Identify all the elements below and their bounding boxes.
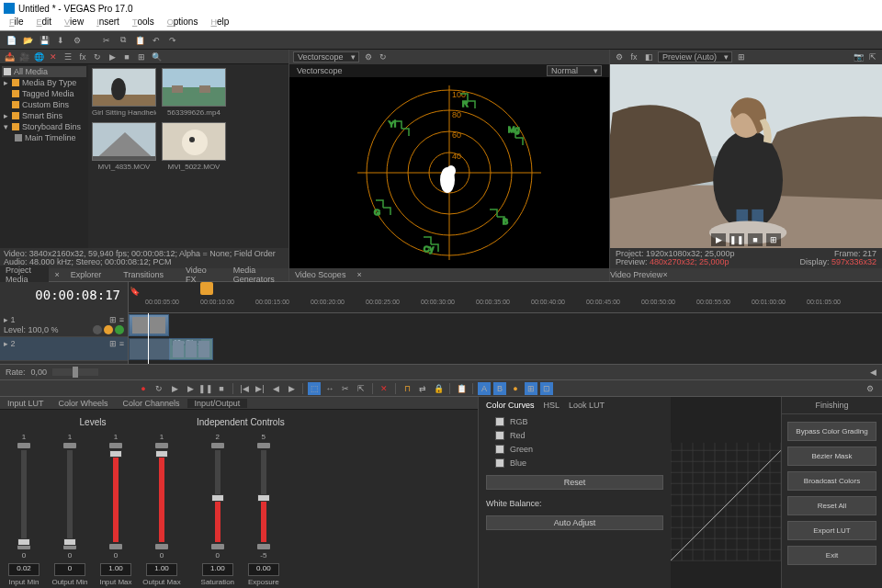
loop-button[interactable]: ⊞ <box>766 233 781 246</box>
tool-b[interactable]: B <box>493 382 506 395</box>
stop-icon[interactable]: ■ <box>121 51 132 62</box>
tool-button[interactable]: ⇱ <box>355 382 368 395</box>
menu-tools[interactable]: Tools <box>127 17 160 30</box>
scope-mode-dropdown[interactable]: Normal <box>547 65 602 76</box>
bezier-mask-button[interactable]: Bézier Mask <box>787 447 876 466</box>
normal-edit-button[interactable]: ⬚ <box>308 382 321 395</box>
external-icon[interactable]: ⇱ <box>867 51 878 62</box>
refresh-icon[interactable]: ↻ <box>92 51 103 62</box>
go-end-button[interactable]: ▶| <box>254 382 266 395</box>
video-track-header[interactable]: ▸ 1⊞ ≡ Level: 100,0 % <box>0 313 128 337</box>
video-clip[interactable] <box>129 314 169 336</box>
marker-icon[interactable]: 🔖 <box>129 286 140 297</box>
media-thumb[interactable]: MVI_5022.MOV <box>162 122 226 171</box>
tree-custom-bins[interactable]: Custom Bins <box>2 99 86 110</box>
preview-props-icon[interactable]: ⚙ <box>614 51 625 62</box>
tab-input-output[interactable]: Input/Output <box>187 399 248 408</box>
pause-button[interactable]: ❚❚ <box>199 382 212 395</box>
timeline-settings-icon[interactable]: ⚙ <box>864 382 876 395</box>
tab-input-lut[interactable]: Input LUT <box>0 399 51 408</box>
video-clip-overlay[interactable] <box>129 338 213 360</box>
slider-exposure[interactable]: 5-50.00Exposure <box>247 433 280 586</box>
play-button[interactable]: ▶ <box>184 382 197 395</box>
close-tab-icon[interactable]: × <box>662 270 667 279</box>
curves-graph[interactable] <box>671 397 781 588</box>
tool-c[interactable]: ● <box>509 382 522 395</box>
exit-button[interactable]: Exit <box>787 546 876 565</box>
menu-view[interactable]: View <box>59 17 89 30</box>
redo-icon[interactable]: ↷ <box>167 35 178 46</box>
tool-a[interactable]: A <box>478 382 491 395</box>
split-screen-icon[interactable]: ◧ <box>643 51 654 62</box>
capture-icon[interactable]: 🎥 <box>18 51 29 62</box>
go-start-button[interactable]: |◀ <box>238 382 251 395</box>
paste-icon[interactable]: 📋 <box>134 35 145 46</box>
tool-button[interactable]: ✂ <box>339 382 352 395</box>
scope-type-dropdown[interactable]: Vectorscope <box>293 51 359 62</box>
new-icon[interactable]: 📄 <box>6 35 17 46</box>
menu-options[interactable]: Options <box>162 17 204 30</box>
reset-button[interactable]: Reset <box>486 475 663 490</box>
lock-button[interactable]: 🔒 <box>432 382 445 395</box>
remove-icon[interactable]: ✕ <box>48 51 59 62</box>
tab-color-channels[interactable]: Color Channels <box>116 399 187 408</box>
fx-icon[interactable]: fx <box>77 51 88 62</box>
tree-media-by-type[interactable]: ▸Media By Type <box>2 77 86 88</box>
view-icon[interactable]: ⊞ <box>136 51 147 62</box>
auto-ripple-button[interactable]: ⇄ <box>416 382 429 395</box>
props-icon[interactable]: ☰ <box>62 51 74 62</box>
render-icon[interactable]: ⬇ <box>55 35 66 46</box>
tree-smart-bins[interactable]: ▸Smart Bins <box>2 110 86 121</box>
copy-icon[interactable]: ⧉ <box>118 35 129 46</box>
menu-insert[interactable]: Insert <box>91 17 125 30</box>
loop-play-button[interactable]: ↻ <box>153 382 165 395</box>
slider-input-min[interactable]: 100.02Input Min <box>7 433 40 586</box>
preview-quality-dropdown[interactable]: Preview (Auto) <box>658 51 732 62</box>
solo-icon[interactable] <box>104 325 113 334</box>
region-marker[interactable] <box>200 282 213 295</box>
check-red[interactable]: Red <box>495 431 663 440</box>
search-icon[interactable]: 🔍 <box>151 51 162 62</box>
snap-button[interactable]: ⊓ <box>401 382 413 395</box>
import-icon[interactable]: 📥 <box>4 51 15 62</box>
undo-icon[interactable]: ↶ <box>151 35 162 46</box>
scroll-left-icon[interactable]: ◀ <box>870 368 876 377</box>
scope-refresh-icon[interactable]: ↻ <box>378 51 389 62</box>
slider-output-min[interactable]: 100Output Min <box>53 433 86 586</box>
broadcast-colors-button[interactable]: Broadcast Colors <box>787 471 876 491</box>
close-tab-icon[interactable]: × <box>351 270 367 279</box>
track-content[interactable]: 60p Sit... <box>129 313 882 364</box>
tool-button[interactable]: ↔ <box>323 382 336 395</box>
stop-button[interactable]: ■ <box>215 382 228 395</box>
tool-e[interactable]: ⊡ <box>540 382 553 395</box>
slider-output-max[interactable]: 101.00Output Max <box>145 433 178 586</box>
reset-all-button[interactable]: Reset All <box>787 496 876 515</box>
media-thumb[interactable]: 563399626.mp4 <box>162 68 226 117</box>
delete-button[interactable]: ✕ <box>378 382 390 395</box>
check-rgb[interactable]: RGB <box>495 417 663 426</box>
next-frame-button[interactable]: ▶ <box>285 382 298 395</box>
preview-fx-icon[interactable]: fx <box>628 51 639 62</box>
play-start-button[interactable]: ▶ <box>168 382 181 395</box>
timeline-ruler[interactable]: 🔖 00:00:05:00 00:00:10:00 00:00:15:00 00… <box>129 282 882 313</box>
tab-look-lut[interactable]: Look LUT <box>569 401 605 410</box>
tree-storyboard[interactable]: ▾Storyboard Bins <box>2 121 86 132</box>
open-icon[interactable]: 📂 <box>22 35 33 46</box>
media-thumb[interactable]: Girl Sitting Handheld_MVI... <box>92 68 156 117</box>
export-lut-button[interactable]: Export LUT <box>787 521 876 540</box>
mute-icon[interactable] <box>93 325 102 334</box>
get-media-icon[interactable]: 🌐 <box>33 51 44 62</box>
rate-slider[interactable] <box>52 368 98 376</box>
playhead[interactable] <box>148 313 149 364</box>
menu-file[interactable]: File <box>4 17 29 30</box>
tab-media-generators[interactable]: Media Generators <box>228 266 288 284</box>
tab-video-scopes[interactable]: Video Scopes <box>289 270 351 279</box>
check-green[interactable]: Green <box>495 445 663 454</box>
automation-button[interactable]: 📋 <box>455 382 468 395</box>
properties-icon[interactable]: ⚙ <box>72 35 83 46</box>
tree-all-media[interactable]: All Media <box>2 66 86 77</box>
slider-saturation[interactable]: 201.00Saturation <box>201 433 234 586</box>
tree-main-timeline[interactable]: Main Timeline <box>2 132 86 143</box>
record-button[interactable]: ● <box>137 382 150 395</box>
pause-button[interactable]: ❚❚ <box>729 233 744 246</box>
